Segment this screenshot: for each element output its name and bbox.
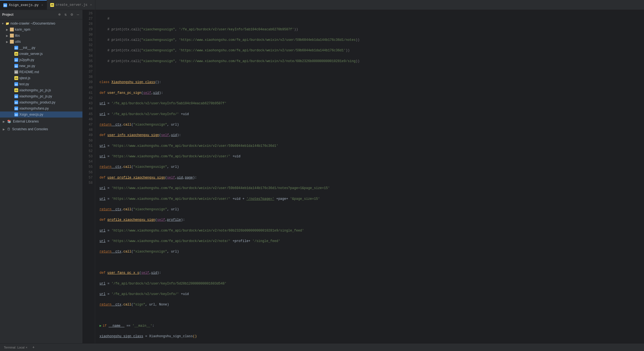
scratch-icon: 🗒 xyxy=(7,127,10,131)
folder-arrow: ▶ xyxy=(6,34,9,37)
tree-label: js2pyth.py xyxy=(19,58,34,62)
js-file-icon: JS xyxy=(14,76,18,80)
tree-label: sjtest.js xyxy=(19,76,30,80)
sidebar-item-xh-pc-js-js[interactable]: JS xiaohongshu_pc_js.js xyxy=(0,87,82,93)
code-line-30: # print(ctx.call("xiaochengxusign", 'htt… xyxy=(100,59,644,64)
tree-label: create_server.js xyxy=(19,52,43,56)
ext-lib-label: External Libraries xyxy=(13,119,39,123)
root-label: node-crawler ~/Documents/wo xyxy=(10,22,55,25)
code-line-52: url = '/fe_api/burdock/v2/user/keyInfo/'… xyxy=(100,292,644,297)
code-line-40: return__ctx.call("xiaochengxusign", url) xyxy=(100,164,644,170)
sidebar-item-readme[interactable]: MD README.md xyxy=(0,69,82,75)
code-line-32: class Xiaohongshu_sign_class(): xyxy=(100,80,644,85)
tree-label: Xsign_execjs.py xyxy=(19,113,43,116)
tab-close-xsign[interactable]: × xyxy=(41,4,43,7)
tree-root[interactable]: ▼ 📁 node-crawler ~/Documents/wo xyxy=(0,20,82,26)
code-editor[interactable]: 26 27 28 29 30 31 32 33 34 35 36 37 38 3… xyxy=(83,10,644,343)
add-terminal-btn[interactable]: + xyxy=(32,345,34,350)
root-icon: 📁 xyxy=(6,22,9,25)
ext-lib-icon: 📚 xyxy=(7,119,11,123)
py-file-icon: py xyxy=(14,64,18,68)
code-line-39: url = 'https://www.xiaohongshu.com/fe_ap… xyxy=(100,154,644,159)
sidebar-external-libraries[interactable]: ▶ 📚 External Libraries xyxy=(0,118,82,125)
folder-icon xyxy=(10,40,14,44)
sidebar-item-create-server[interactable]: JS create_server.js xyxy=(0,51,82,57)
folder-icon xyxy=(10,28,14,31)
tree-label: xiaohongshu_pc_js.py xyxy=(19,94,52,98)
code-line-50: def user_fans_pc_x_s(self,uid): xyxy=(100,270,644,276)
code-line-46: url = 'https://www.xiaohongshu.com/fe_ap… xyxy=(100,228,644,233)
folder-arrow: ▶ xyxy=(6,40,9,43)
py-file-icon: py xyxy=(14,107,18,110)
code-line-49 xyxy=(100,260,644,265)
code-line-42: url = 'https://www.xiaohongshu.com/fe_ap… xyxy=(100,186,644,191)
code-line-56: xiaohongshu_sign_class = Xiaohongshu_sig… xyxy=(100,334,644,339)
tree-label: libs xyxy=(15,34,20,38)
sidebar-item-xh-pc-js-py[interactable]: py xiaohongshu_pc_js.py xyxy=(0,93,82,99)
py-file-icon: py xyxy=(14,58,18,62)
code-line-26: # xyxy=(100,16,644,22)
code-lines[interactable]: # # print(ctx.call("xiaochengxusign", '/… xyxy=(95,10,644,343)
code-line-41: def user_profile_xiaochengxu_sign(self,u… xyxy=(100,175,644,180)
tree-settings-btn[interactable]: ⇅ xyxy=(63,12,68,17)
sidebar-title: Project xyxy=(2,13,55,17)
sidebar-item-karin_npm[interactable]: ▶ karin_npm xyxy=(0,26,82,33)
sidebar-item-js2pyth[interactable]: py js2pyth.py xyxy=(0,57,82,63)
tab-xsign[interactable]: py Xsign_execjs.py × xyxy=(0,0,47,10)
tabs-bar: py Xsign_execjs.py × JS create_server.js… xyxy=(0,0,644,10)
md-file-icon: MD xyxy=(14,70,18,74)
sidebar-item-utils[interactable]: ▶ utils xyxy=(0,39,82,45)
py-file-icon: py xyxy=(14,46,18,50)
close-terminal-icon[interactable]: × xyxy=(26,346,27,349)
code-line-55: ▶if __name__ == '__main__': xyxy=(100,323,644,329)
terminal-tab[interactable]: Terminal: Local × xyxy=(2,345,29,350)
sidebar-item-libs[interactable]: ▶ libs xyxy=(0,33,82,39)
sidebar-item-sjtest[interactable]: JS sjtest.js xyxy=(0,75,82,81)
js-file-icon: JS xyxy=(14,88,18,92)
tree-label: __init__.py xyxy=(19,46,35,50)
code-line-48: return__ctx.call("xiaochengxusign", url) xyxy=(100,249,644,254)
sidebar-scratches[interactable]: ▶ 🗒 Scratches and Consoles xyxy=(0,125,82,133)
bottom-bar: Terminal: Local × + xyxy=(0,343,644,351)
sidebar-item-xh-fans[interactable]: py xiaohongshufans.py xyxy=(0,105,82,111)
sidebar-item-init[interactable]: py __init__.py xyxy=(0,45,82,51)
sidebar-item-test[interactable]: py test.py xyxy=(0,81,82,87)
tab-label-xsign: Xsign_execjs.py xyxy=(9,3,39,7)
js-icon: JS xyxy=(50,3,54,7)
gear-btn[interactable]: ⚙ xyxy=(69,12,74,17)
line-numbers: 26 27 28 29 30 31 32 33 34 35 36 37 38 3… xyxy=(83,10,95,343)
folder-icon xyxy=(10,34,14,38)
sidebar-item-xh-product[interactable]: py xiaohongshu_product.py xyxy=(0,99,82,105)
sidebar-item-new-pc[interactable]: py new_pc.py xyxy=(0,63,82,69)
code-line-43: url = 'https://www.xiaohongshu.com/fe_ap… xyxy=(100,196,644,202)
code-line-34: url = '/fe_api/burdock/v2/user/keyInfo/5… xyxy=(100,101,644,106)
code-line-38: url = 'https://www.xiaohongshu.com/fe_ap… xyxy=(100,143,644,149)
tree-label: karin_npm xyxy=(15,28,30,31)
code-line-36: return__ctx.call("xiaochengxusign", url) xyxy=(100,122,644,127)
code-line-28: # print(ctx.call("xiaochengxusign", 'htt… xyxy=(100,38,644,43)
code-line-54 xyxy=(100,313,644,318)
terminal-label: Terminal: xyxy=(4,346,16,349)
tree-label: xiaohongshufans.py xyxy=(19,107,49,110)
py-file-icon: py xyxy=(14,113,18,116)
py-file-icon: py xyxy=(14,94,18,98)
code-content: 26 27 28 29 30 31 32 33 34 35 36 37 38 3… xyxy=(83,10,644,343)
tab-create-server[interactable]: JS create_server.js × xyxy=(47,0,96,10)
code-line-47: url = 'https://www.xiaohongshu.com/fe_ap… xyxy=(100,239,644,244)
py-file-icon: py xyxy=(14,100,18,104)
py-file-icon: py xyxy=(14,82,18,86)
add-project-btn[interactable]: ⊕ xyxy=(57,12,61,17)
root-arrow: ▼ xyxy=(1,22,4,25)
tree-label: README.md xyxy=(19,70,39,74)
tree-label: test.py xyxy=(19,82,29,86)
folder-arrow: ▶ xyxy=(6,28,9,31)
local-label: Local xyxy=(17,346,25,349)
js-file-icon: JS xyxy=(14,52,18,56)
sidebar-item-xsign[interactable]: py Xsign_execjs.py xyxy=(0,111,82,118)
collapse-btn[interactable]: — xyxy=(76,12,80,17)
scratch-label: Scratches and Consoles xyxy=(12,127,48,131)
code-line-51: url = '/fe_api/burdock/v2/user/keyInfo/5… xyxy=(100,281,644,286)
sidebar: Project ⊕ ⇅ ⚙ — ▼ 📁 node-crawler ~/Docum… xyxy=(0,10,83,343)
code-line-53: return__ctx.call("sign", url, None) xyxy=(100,302,644,307)
tab-close-server[interactable]: × xyxy=(90,3,92,7)
